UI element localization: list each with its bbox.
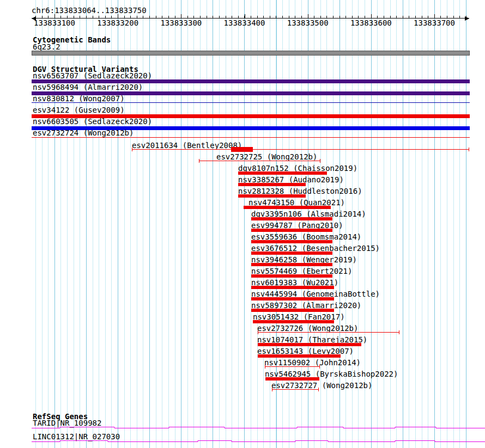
variant-range-line-esv2732726[interactable]: [258, 332, 399, 333]
variant-bar-dgv8107n152[interactable]: [238, 171, 327, 175]
variant-label-esv2732725[interactable]: esv2732725 (Wong2012b): [216, 154, 317, 160]
variant-range-start-tick-esv2732727: [272, 388, 272, 391]
variant-bar-esv3559636[interactable]: [251, 240, 332, 243]
variant-range-end-tick-esv2732727: [318, 388, 319, 391]
variant-bar-dgv3395n106[interactable]: [251, 217, 332, 220]
variant-bar-esv2732724[interactable]: [32, 137, 470, 138]
variant-label-esv2011634[interactable]: esv2011634 (Bentley2008): [132, 142, 242, 149]
variant-range-line-esv2732727[interactable]: [272, 389, 318, 390]
variant-label-nsv830812[interactable]: nsv830812 (Wong2007): [33, 95, 125, 102]
variant-range-end-tick-esv2732726: [399, 330, 399, 334]
ruler-tick-label: 133833400: [224, 20, 265, 26]
variant-bar-esv1653143[interactable]: [258, 354, 341, 358]
ruler-tick-label: 133833600: [350, 20, 392, 26]
ruler-tick-label: 133833500: [287, 20, 329, 26]
variant-label-esv2732726[interactable]: esv2732726 (Wong2012b): [257, 325, 358, 332]
variant-range-line-esv2011634[interactable]: [132, 149, 469, 150]
variant-label-dgv8107n152[interactable]: dgv8107n152 (Chaisson2019): [238, 165, 357, 171]
variant-block-esv2011634[interactable]: [231, 147, 253, 152]
variant-range-start-tick-esv2732725: [199, 159, 199, 163]
variant-bar-nsv1074017[interactable]: [258, 343, 361, 346]
variant-range-line-nsv1150902[interactable]: [265, 366, 319, 367]
variant-range-end-tick-nsv1150902: [319, 365, 320, 369]
variant-bar-nsv5574469[interactable]: [251, 274, 332, 278]
variant-label-nsv4445994[interactable]: nsv4445994 (GenomeinaBottle): [251, 291, 380, 297]
cytoband-label: 6q23.2: [33, 44, 60, 50]
variant-bar-nsv4445994[interactable]: [251, 297, 334, 300]
variant-label-nsv1150902[interactable]: nsv1150902 (John2014): [264, 359, 361, 366]
variant-bar-nsv3051432[interactable]: [253, 320, 334, 323]
variant-bar-nsv2812328[interactable]: [238, 194, 306, 198]
variant-label-nsv4743150[interactable]: nsv4743150 (Quan2021): [248, 199, 345, 206]
variant-bar-nsv3946258[interactable]: [251, 263, 332, 266]
variant-range-end-tick-esv2732725: [320, 159, 320, 163]
variant-label-dgv3395n106[interactable]: dgv3395n106 (Alsmadi2014): [251, 211, 366, 217]
variant-label-nsv6019383[interactable]: nsv6019383 (Wu2021): [251, 279, 338, 286]
variant-label-esv2732727[interactable]: esv2732727 (Wong2012b): [271, 382, 372, 389]
variant-label-nsv5574469[interactable]: nsv5574469 (Ebert2021): [251, 268, 352, 274]
variant-range-start-tick-esv2011634: [132, 148, 132, 151]
genome-browser-view: chr6:133833064..133833750 Cytogenetic Ba…: [0, 0, 485, 448]
variant-bar-nsv830812[interactable]: [32, 102, 470, 103]
ruler-tick-label: 133833100: [34, 20, 75, 26]
variant-label-esv34122[interactable]: esv34122 (Gusev2009): [33, 107, 125, 113]
variant-label-esv1653143[interactable]: esv1653143 (Levy2007): [257, 348, 354, 354]
variant-bar-nsv5897302[interactable]: [251, 309, 334, 312]
region-title: chr6:133833064..133833750: [32, 7, 147, 14]
ruler-tick-label: 133833200: [97, 20, 138, 26]
variant-label-nsv1074017[interactable]: nsv1074017 (Thareja2015): [257, 336, 367, 343]
variant-label-esv994787[interactable]: esv994787 (Pang2010): [251, 222, 343, 229]
variant-label-nsv5462945[interactable]: nsv5462945 (ByrskaBishop2022): [265, 371, 398, 377]
variant-bar-esv3676512[interactable]: [251, 251, 332, 255]
variant-range-start-tick-esv2732726: [258, 330, 258, 334]
ruler-tick-label: 133833700: [414, 20, 455, 26]
variant-label-nsv3946258[interactable]: nsv3946258 (Wenger2019): [251, 256, 357, 263]
variant-label-esv3559636[interactable]: esv3559636 (Boomsma2014): [251, 234, 361, 240]
variant-bar-esv994787[interactable]: [251, 229, 332, 232]
variant-range-line-esv2732725[interactable]: [199, 161, 320, 161]
ruler-tick-label: 133833300: [160, 20, 202, 26]
cytoband-bar[interactable]: [32, 51, 470, 56]
gene-label-TARID[interactable]: TARID|NR_109982: [33, 420, 101, 426]
variant-label-nsv3385267[interactable]: nsv3385267 (Audano2019): [238, 176, 344, 183]
variant-label-esv2732724[interactable]: esv2732724 (Wong2012b): [33, 130, 134, 136]
ruler-major-ticks: [54, 14, 436, 18]
gene-line-LINC01312[interactable]: [32, 440, 485, 443]
variant-label-nsv2812328[interactable]: nsv2812328 (Huddleston2016): [238, 188, 362, 194]
variant-bar-nsv3385267[interactable]: [238, 183, 306, 186]
variant-range-start-tick-nsv1150902: [265, 365, 265, 369]
variant-bar-nsv6019383[interactable]: [251, 286, 334, 289]
variant-label-nsv6603505[interactable]: nsv6603505 (Sedlazeck2020): [33, 118, 152, 125]
variant-range-end-tick-esv2011634: [469, 148, 469, 151]
variant-label-nsv5968494[interactable]: nsv5968494 (Almarri2020): [33, 84, 143, 90]
variant-bar-nsv4743150[interactable]: [244, 206, 331, 209]
gene-line-TARID[interactable]: [32, 427, 485, 429]
variant-label-nsv6563707[interactable]: nsv6563707 (Sedlazeck2020): [33, 72, 152, 79]
variant-label-nsv3051432[interactable]: nsv3051432 (Fan2017): [253, 314, 345, 320]
gene-label-LINC01312[interactable]: LINC01312|NR_027030: [33, 433, 120, 440]
variant-label-nsv5897302[interactable]: nsv5897302 (Almarri2020): [251, 302, 361, 309]
variant-label-esv3676512[interactable]: esv3676512 (Besenbacher2015): [251, 245, 380, 251]
variant-bar-nsv5462945[interactable]: [265, 377, 319, 381]
